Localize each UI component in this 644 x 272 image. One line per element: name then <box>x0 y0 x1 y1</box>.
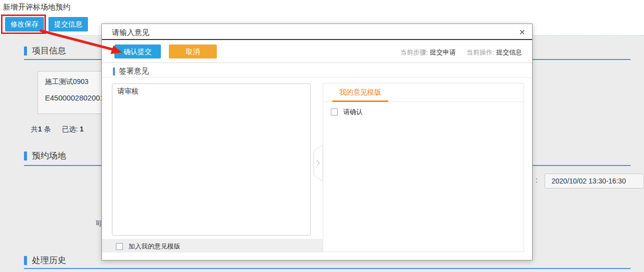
project-name: 施工测试0903 <box>45 78 88 86</box>
current-op-value: 提交信息 <box>496 48 522 56</box>
sign-opinion-label: 签署意见 <box>119 66 149 76</box>
submit-info-button[interactable]: 提交信息 <box>48 17 88 32</box>
section-divider <box>24 268 631 269</box>
workflow-context: 当前步骤: 提交申请 当前操作: 提交信息 <box>400 48 522 57</box>
section-divider <box>102 77 532 78</box>
section-venue-label: 预约场地 <box>32 150 66 162</box>
count-selected-label: 已选: <box>62 125 78 133</box>
checkbox-icon[interactable] <box>116 243 123 250</box>
current-op-label: 当前操作: <box>467 48 495 56</box>
checkbox-icon[interactable] <box>331 108 338 116</box>
clipped-label-fragment: 间 <box>96 219 101 229</box>
tab-my-opinion-templates[interactable]: 我的意见模版 <box>332 84 388 102</box>
add-to-template-option[interactable]: 加入我的意见模版 <box>116 242 180 251</box>
venue-time-input[interactable]: 2020/10/02 13:30-16:30 <box>545 174 644 188</box>
collapse-tab-shape <box>314 144 323 182</box>
template-tab-row: 我的意见模版 <box>323 84 524 102</box>
current-step-label: 当前步骤: <box>400 48 428 56</box>
count-total-prefix: 共 <box>31 125 38 133</box>
dialog-toolbar: 确认提交 取消 当前步骤: 提交申请 当前操作: 提交信息 <box>102 40 532 63</box>
section-accent-bar <box>24 46 27 56</box>
template-option-label: 请确认 <box>343 108 363 116</box>
count-total-number: 1 <box>38 125 42 133</box>
dialog-footer-bar: 加入我的意见模版 <box>102 239 323 252</box>
project-code: E4500002802001 <box>45 94 104 102</box>
opinion-textarea[interactable]: 请审核 <box>112 84 311 236</box>
venue-time-colon: : <box>536 176 538 184</box>
confirm-submit-button[interactable]: 确认提交 <box>114 44 161 58</box>
close-icon[interactable]: × <box>519 26 525 38</box>
opinion-dialog: 请输入意见 × 确认提交 取消 当前步骤: 提交申请 当前操作: 提交信息 签署… <box>101 24 533 260</box>
current-step-value: 提交申请 <box>430 48 456 56</box>
panel-collapse-handle[interactable] <box>313 144 323 182</box>
dialog-title: 请输入意见 <box>112 28 149 38</box>
count-total-unit: 条 <box>44 125 51 133</box>
section-history-label: 处理历史 <box>32 254 66 266</box>
cancel-button[interactable]: 取消 <box>169 44 217 58</box>
section-process-history: 处理历史 <box>24 254 66 266</box>
modify-save-button[interactable]: 修改保存 <box>5 17 44 32</box>
section-accent-bar <box>24 152 27 160</box>
section-project-info: 项目信息 <box>24 45 66 56</box>
section-accent-bar <box>113 68 115 76</box>
count-selected-number: 1 <box>79 125 83 133</box>
opinion-template-panel: 我的意见模版 请确认 <box>323 83 524 252</box>
selection-counts: 共1 条已选: 1 <box>31 125 83 134</box>
template-option-item[interactable]: 请确认 <box>331 108 363 116</box>
add-to-template-label: 加入我的意见模版 <box>128 242 180 251</box>
section-venue-reservation: 预约场地 <box>24 150 66 162</box>
sign-opinion-section: 签署意见 <box>113 66 149 76</box>
section-project-info-label: 项目信息 <box>32 45 66 56</box>
page-title: 新增开评标场地预约 <box>3 2 70 12</box>
dialog-header: 请输入意见 × <box>102 24 532 40</box>
section-accent-bar <box>24 256 27 265</box>
